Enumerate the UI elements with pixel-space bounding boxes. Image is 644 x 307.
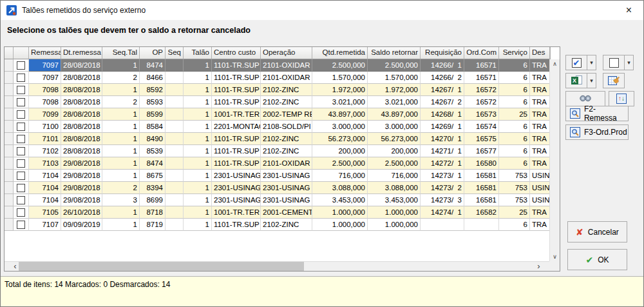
cell-seq[interactable]: [166, 145, 184, 157]
cell-qtd_remetida[interactable]: 1.000,000: [312, 219, 368, 231]
cell-dt_remessa[interactable]: 28/08/2018: [61, 145, 102, 157]
cell-talao[interactable]: 1: [184, 219, 212, 231]
cell-ord_com[interactable]: 16581: [464, 194, 499, 206]
cell-dt_remessa[interactable]: 28/08/2018: [61, 133, 102, 145]
cell-dt_remessa[interactable]: 28/08/2018: [61, 96, 102, 108]
cell-remessa[interactable]: 7097: [29, 59, 61, 72]
horizontal-scroll-thumb[interactable]: [19, 262, 304, 271]
cell-ord_com[interactable]: 16571: [464, 59, 499, 72]
cell-op[interactable]: 8593: [140, 96, 166, 108]
cell-qtd_remetida[interactable]: 1.000,000: [312, 206, 368, 219]
cell-dt_remessa[interactable]: 26/10/2018: [61, 206, 102, 219]
row-checkbox[interactable]: [17, 208, 25, 217]
cell-op[interactable]: 8718: [140, 206, 166, 219]
cell-ord_com[interactable]: 16581: [464, 182, 499, 194]
export-excel-button[interactable]: X: [565, 73, 587, 88]
cell-talao[interactable]: 1: [184, 96, 212, 108]
cell-op[interactable]: 8719: [140, 219, 166, 231]
cell-dt_remessa[interactable]: 09/09/2019: [61, 219, 102, 231]
row-checkbox[interactable]: [17, 86, 25, 94]
cell-ord_com[interactable]: 16582: [464, 206, 499, 219]
cell-dt_remessa[interactable]: 28/08/2018: [61, 121, 102, 133]
table-row[interactable]: 710429/08/20181867512301-USINAG2301-USIN…: [5, 170, 549, 182]
column-header-qtd_remetida[interactable]: Qtd.remetida: [312, 47, 368, 59]
cell-seq[interactable]: [166, 133, 184, 145]
table-row[interactable]: 709728/08/20182846611101-TR.SUP2101-OXID…: [5, 72, 549, 84]
cell-ord_com[interactable]: [464, 219, 499, 231]
cell-remessa[interactable]: 7103: [29, 157, 61, 170]
cell-servico[interactable]: 753: [499, 182, 530, 194]
cell-seq_tal[interactable]: 1: [102, 108, 140, 121]
cell-centro_custo[interactable]: 2301-USINAG: [212, 170, 261, 182]
scroll-right-icon[interactable]: ›: [533, 262, 544, 271]
cell-centro_custo[interactable]: 1101-TR.SUP: [212, 219, 261, 231]
column-header-op[interactable]: OP: [140, 47, 166, 59]
cell-descricao[interactable]: TRA: [530, 96, 549, 108]
cell-seq[interactable]: [166, 121, 184, 133]
cell-servico[interactable]: 6: [499, 219, 530, 231]
cell-requisicao[interactable]: 14267/ 2: [421, 96, 464, 108]
cell-saldo_retornar[interactable]: 716,000: [368, 170, 421, 182]
column-header-saldo_retornar[interactable]: Saldo retornar: [368, 47, 421, 59]
f2-remessa-button[interactable]: F2-Remessa: [565, 106, 629, 121]
cell-servico[interactable]: 25: [499, 108, 530, 121]
cell-centro_custo[interactable]: 1101-TR.SUP: [212, 84, 261, 96]
cell-descricao[interactable]: USIN: [530, 182, 549, 194]
close-button[interactable]: ×: [614, 1, 643, 20]
cell-dt_remessa[interactable]: 28/08/2018: [61, 108, 102, 121]
cell-seq_tal[interactable]: 3: [102, 194, 140, 206]
cell-saldo_retornar[interactable]: 2.500,000: [368, 59, 421, 72]
cell-saldo_retornar[interactable]: 43.897,000: [368, 108, 421, 121]
cell-qtd_remetida[interactable]: 2.500,000: [312, 157, 368, 170]
scroll-up-icon[interactable]: ∧: [550, 59, 560, 68]
cell-descricao[interactable]: TRA: [530, 145, 549, 157]
row-checkbox[interactable]: [17, 147, 25, 155]
cell-centro_custo[interactable]: 1101-TR.SUP: [212, 145, 261, 157]
mark-all-button[interactable]: ✔: [565, 55, 587, 70]
cell-remessa[interactable]: 7098: [29, 84, 61, 96]
cell-centro_custo[interactable]: 2201-MONTAG: [212, 121, 261, 133]
cell-seq_tal[interactable]: 1: [102, 59, 140, 72]
cell-seq[interactable]: [166, 72, 184, 84]
cell-remessa[interactable]: 7104: [29, 170, 61, 182]
cell-operacao[interactable]: 2108-SOLD/PI: [261, 121, 312, 133]
cell-dt_remessa[interactable]: 29/08/2018: [61, 170, 102, 182]
cell-seq_tal[interactable]: 2: [102, 96, 140, 108]
cancel-button[interactable]: ✘ Cancelar: [567, 221, 627, 243]
cell-descricao[interactable]: TRA: [530, 59, 549, 72]
cell-qtd_remetida[interactable]: 1.570,000: [312, 72, 368, 84]
column-header-dt_remessa[interactable]: Dt.remessa: [61, 47, 102, 59]
cell-ord_com[interactable]: 16571: [464, 72, 499, 84]
cell-dt_remessa[interactable]: 29/08/2018: [61, 194, 102, 206]
cell-descricao[interactable]: TRA: [530, 133, 549, 145]
ok-button[interactable]: ✔ OK: [567, 249, 627, 270]
table-row[interactable]: 710709/09/20191871911101-TR.SUP2102-ZINC…: [5, 219, 549, 231]
table-row[interactable]: 710028/08/20181858412201-MONTAG2108-SOLD…: [5, 121, 549, 133]
cell-saldo_retornar[interactable]: 200,000: [368, 145, 421, 157]
cell-op[interactable]: 8599: [140, 108, 166, 121]
cell-descricao[interactable]: TRA: [530, 121, 549, 133]
cell-operacao[interactable]: 2301-USINAG: [261, 170, 312, 182]
cell-seq[interactable]: [166, 84, 184, 96]
cell-talao[interactable]: 1: [184, 145, 212, 157]
cell-saldo_retornar[interactable]: 3.021,000: [368, 96, 421, 108]
cell-servico[interactable]: 6: [499, 84, 530, 96]
cell-qtd_remetida[interactable]: 716,000: [312, 170, 368, 182]
cell-servico[interactable]: 6: [499, 59, 530, 72]
cell-centro_custo[interactable]: 2301-USINAG: [212, 182, 261, 194]
cell-saldo_retornar[interactable]: 56.273,000: [368, 133, 421, 145]
cell-qtd_remetida[interactable]: 1.972,000: [312, 84, 368, 96]
row-checkbox[interactable]: [17, 221, 25, 229]
cell-talao[interactable]: 1: [184, 121, 212, 133]
cell-saldo_retornar[interactable]: 2.500,000: [368, 157, 421, 170]
cell-centro_custo[interactable]: 1101-TR.SUP: [212, 72, 261, 84]
cell-operacao[interactable]: 2102-ZINC: [261, 219, 312, 231]
cell-centro_custo[interactable]: 1101-TR.SUP: [212, 157, 261, 170]
cell-ord_com[interactable]: 16574: [464, 121, 499, 133]
cell-saldo_retornar[interactable]: 1.972,000: [368, 84, 421, 96]
cell-servico[interactable]: 6: [499, 157, 530, 170]
cell-operacao[interactable]: 2102-ZINC: [261, 96, 312, 108]
cell-op[interactable]: 8490: [140, 133, 166, 145]
cell-talao[interactable]: 1: [184, 84, 212, 96]
cell-qtd_remetida[interactable]: 3.021,000: [312, 96, 368, 108]
